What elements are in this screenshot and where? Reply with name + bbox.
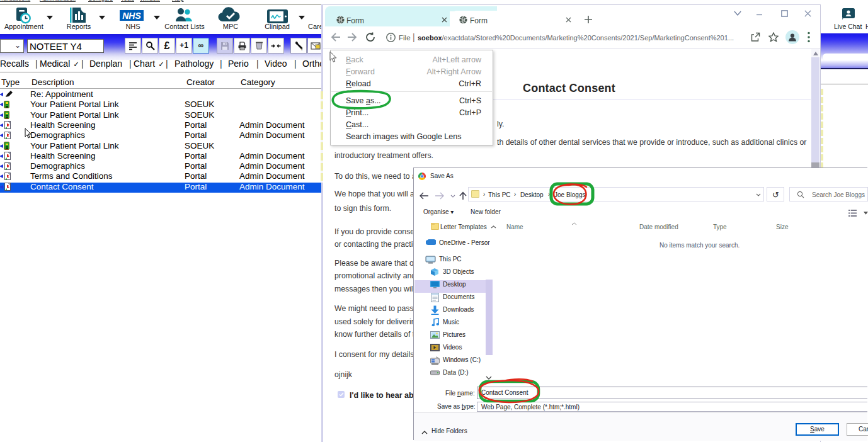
svg-text:NHS: NHS bbox=[122, 11, 141, 21]
svg-text:s: s bbox=[301, 48, 303, 51]
